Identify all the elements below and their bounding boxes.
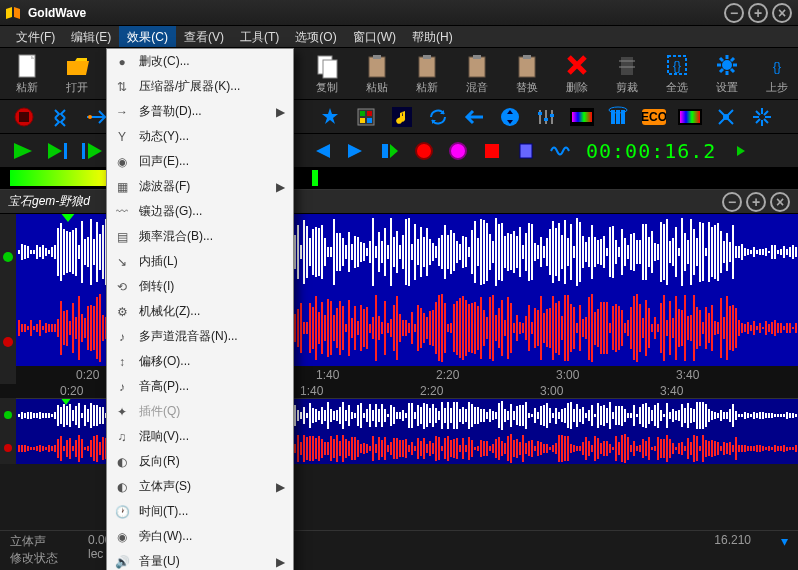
- effect-stop-icon[interactable]: [10, 103, 38, 131]
- status-position: 16.210: [714, 533, 751, 547]
- svg-rect-27: [360, 118, 365, 123]
- play-selection-button[interactable]: [44, 137, 72, 165]
- effect-badge-icon[interactable]: ECO: [640, 103, 668, 131]
- stop-button[interactable]: [478, 137, 506, 165]
- effects-menu-item-compressor[interactable]: ⇅压缩器/扩展器(K)...: [107, 74, 293, 99]
- svg-point-23: [88, 115, 92, 119]
- tool-mix-button[interactable]: 混音: [460, 52, 494, 95]
- menu-2[interactable]: 效果(C): [119, 26, 176, 47]
- svg-rect-31: [538, 112, 542, 115]
- tool-pastenew-button[interactable]: 粘新: [410, 52, 444, 95]
- menu-4[interactable]: 工具(T): [232, 26, 287, 47]
- effect-updown-icon[interactable]: [496, 103, 524, 131]
- effects-menu-item-filter[interactable]: ▦滤波器(F)▶: [107, 174, 293, 199]
- effects-menu-item-freqblend[interactable]: ▤频率混合(B)...: [107, 224, 293, 249]
- effects-menu-item-pitch[interactable]: ♪音高(P)...: [107, 374, 293, 399]
- timecode-play-icon[interactable]: [728, 137, 756, 165]
- effect-sliders-icon[interactable]: [532, 103, 560, 131]
- svg-rect-7: [323, 60, 337, 78]
- record2-button[interactable]: [444, 137, 472, 165]
- menu-5[interactable]: 选项(O): [287, 26, 344, 47]
- tool-trim-button[interactable]: 剪裁: [610, 52, 644, 95]
- effect-rainbow-icon[interactable]: [676, 103, 704, 131]
- svg-point-48: [416, 143, 432, 159]
- effects-menu-item-censor[interactable]: ●删改(C)...: [107, 49, 293, 74]
- effect-left-arrow-icon[interactable]: [460, 103, 488, 131]
- tool-delete-button[interactable]: 删除: [560, 52, 594, 95]
- doc-close-button[interactable]: ×: [770, 192, 790, 212]
- rec-start-button[interactable]: [376, 137, 404, 165]
- effects-menu-item-reverse[interactable]: ◐反向(R): [107, 449, 293, 474]
- effect-gate-icon[interactable]: [604, 103, 632, 131]
- volume-icon: 🔊: [113, 553, 131, 571]
- effect-arrows-icon[interactable]: [46, 103, 74, 131]
- record-button[interactable]: [410, 137, 438, 165]
- svg-rect-10: [419, 57, 435, 77]
- titlebar: GoldWave − + ×: [0, 0, 798, 26]
- menu-0[interactable]: 文件(F): [8, 26, 63, 47]
- effects-menu-item-interpolate[interactable]: ↘内插(L): [107, 249, 293, 274]
- effects-menu-item-voiceover[interactable]: ◉旁白(W)...: [107, 524, 293, 549]
- tool-open-button[interactable]: 打开: [60, 52, 94, 95]
- svg-rect-28: [367, 118, 372, 123]
- effects-menu-item-offset[interactable]: ↕偏移(O)...: [107, 349, 293, 374]
- play-loop-button[interactable]: [78, 137, 106, 165]
- echo-icon: ◉: [113, 153, 131, 171]
- offset-icon: ↕: [113, 353, 131, 371]
- minimize-button[interactable]: −: [724, 3, 744, 23]
- doc-maximize-button[interactable]: +: [746, 192, 766, 212]
- forward-button[interactable]: [342, 137, 370, 165]
- effects-menu-item-volume[interactable]: 🔊音量(U)▶: [107, 549, 293, 570]
- playhead-icon: [60, 214, 76, 222]
- effect-cycle-icon[interactable]: [424, 103, 452, 131]
- tool-replace-button[interactable]: 替换: [510, 52, 544, 95]
- tool-selall-button[interactable]: {}全选: [660, 52, 694, 95]
- freqblend-icon: ▤: [113, 228, 131, 246]
- effects-menu-item-stereo[interactable]: ◐立体声(S)▶: [107, 474, 293, 499]
- effects-menu-item-echo[interactable]: ◉回声(E)...: [107, 149, 293, 174]
- maximize-button[interactable]: +: [748, 3, 768, 23]
- effects-menu-item-dynamics[interactable]: Y动态(Y)...: [107, 124, 293, 149]
- multichannel-icon: ♪: [113, 328, 131, 346]
- stereo-icon: ◐: [113, 478, 131, 496]
- effect-cube-icon[interactable]: [352, 103, 380, 131]
- menu-6[interactable]: 窗口(W): [345, 26, 404, 47]
- rewind-button[interactable]: [308, 137, 336, 165]
- effects-menu-item-reverb[interactable]: ♫混响(V)...: [107, 424, 293, 449]
- mechanize-icon: ⚙: [113, 303, 131, 321]
- vu-peak-marker: [312, 170, 318, 186]
- effects-menu-item-flanger[interactable]: 〰镶边器(G)...: [107, 199, 293, 224]
- tool-new-button[interactable]: 粘新: [10, 52, 44, 95]
- menu-7[interactable]: 帮助(H): [404, 26, 461, 47]
- status-channels: 立体声: [10, 533, 58, 550]
- effect-star-icon[interactable]: [316, 103, 344, 131]
- effects-menu-item-mechanize[interactable]: ⚙机械化(Z)...: [107, 299, 293, 324]
- tool-prev-button[interactable]: {}上步: [760, 52, 794, 95]
- svg-rect-50: [485, 144, 499, 158]
- effects-menu-item-multichannel[interactable]: ♪多声道混音器(N)...: [107, 324, 293, 349]
- marker-icon[interactable]: [512, 137, 540, 165]
- doppler-icon: →: [113, 103, 131, 121]
- effect-cross-icon[interactable]: [712, 103, 740, 131]
- effect-burst-icon[interactable]: [748, 103, 776, 131]
- menu-3[interactable]: 查看(V): [176, 26, 232, 47]
- reverb-icon: ♫: [113, 428, 131, 446]
- svg-rect-13: [473, 55, 481, 59]
- svg-text:{}: {}: [673, 59, 681, 73]
- doc-minimize-button[interactable]: −: [722, 192, 742, 212]
- tool-settings-button[interactable]: 设置: [710, 52, 744, 95]
- effects-menu-item-doppler[interactable]: →多普勒(D)...▶: [107, 99, 293, 124]
- close-button[interactable]: ×: [772, 3, 792, 23]
- effects-menu-item-time[interactable]: 🕐时间(T)...: [107, 499, 293, 524]
- effect-note-icon[interactable]: [388, 103, 416, 131]
- timecode-display: 00:00:16.2: [580, 139, 722, 163]
- left-channel-dot-icon: [3, 252, 13, 262]
- tool-copy-button[interactable]: 复制: [310, 52, 344, 95]
- play-button[interactable]: [10, 137, 38, 165]
- effect-spectrum-icon[interactable]: [568, 103, 596, 131]
- tool-paste-button[interactable]: 粘贴: [360, 52, 394, 95]
- menu-1[interactable]: 编辑(E): [63, 26, 119, 47]
- time-icon: 🕐: [113, 503, 131, 521]
- effects-menu-item-invert[interactable]: ⟲倒转(I): [107, 274, 293, 299]
- wave-icon[interactable]: [546, 137, 574, 165]
